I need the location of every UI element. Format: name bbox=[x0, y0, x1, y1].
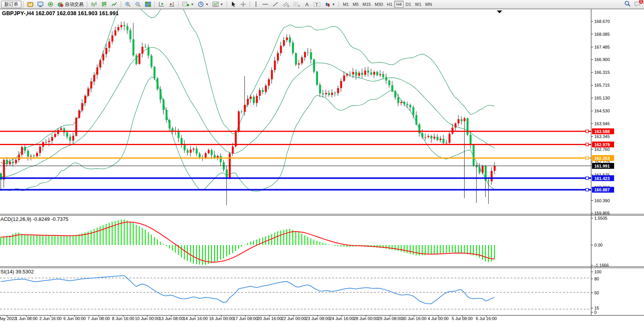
macd-histogram-bar bbox=[214, 245, 215, 262]
time-axis-label: 6 Jun 00:00 bbox=[63, 316, 86, 321]
macd-histogram-bar bbox=[485, 245, 486, 261]
horizontal-level-line[interactable] bbox=[0, 131, 591, 132]
macd-histogram-bar bbox=[434, 245, 435, 254]
time-axis-label: 17 Jun 08:00 bbox=[233, 316, 258, 321]
macd-histogram-bar bbox=[91, 230, 91, 245]
horizontal-level-line[interactable] bbox=[0, 166, 591, 166]
macd-histogram-bar bbox=[76, 235, 77, 245]
crosshair-icon[interactable] bbox=[238, 1, 248, 8]
timeframe-M5[interactable]: M5 bbox=[351, 1, 360, 8]
macd-histogram-bar bbox=[274, 233, 275, 245]
macd-histogram-bar bbox=[127, 220, 127, 245]
line-chart-icon[interactable] bbox=[110, 1, 119, 8]
auto-scroll-icon[interactable] bbox=[167, 1, 176, 8]
macd-histogram-bar bbox=[16, 233, 16, 245]
horizontal-level-line[interactable] bbox=[0, 189, 591, 191]
macd-histogram-bar bbox=[142, 228, 143, 245]
new-order-button[interactable]: 新订单 bbox=[1, 1, 21, 8]
periods-icon[interactable]: ▼ bbox=[196, 1, 210, 8]
price-axis-tick: 168.085 bbox=[594, 32, 610, 37]
macd-histogram-bar bbox=[286, 229, 287, 245]
timeframe-D1[interactable]: D1 bbox=[404, 1, 413, 8]
chart-shift-icon[interactable] bbox=[157, 1, 166, 8]
macd-histogram-bar bbox=[151, 234, 151, 245]
macd-histogram-bar bbox=[307, 237, 308, 245]
zoom-out-icon[interactable] bbox=[133, 1, 143, 8]
price-tag-label: 161.423 bbox=[594, 176, 610, 181]
charts-icon[interactable] bbox=[26, 1, 35, 8]
zoom-in-icon[interactable] bbox=[123, 1, 132, 8]
text-label-icon[interactable]: T bbox=[312, 1, 322, 8]
macd-histogram-bar bbox=[331, 245, 332, 245]
market-watch-icon[interactable] bbox=[36, 1, 45, 8]
horizontal-line-icon[interactable] bbox=[261, 1, 270, 8]
macd-histogram-bar bbox=[163, 244, 164, 245]
macd-histogram-bar bbox=[338, 245, 338, 246]
timeframe-W1[interactable]: W1 bbox=[413, 1, 423, 8]
autotrading-button[interactable]: 自动交易 bbox=[56, 1, 85, 8]
bar-chart-icon[interactable] bbox=[89, 1, 99, 8]
macd-histogram-bar bbox=[30, 235, 31, 245]
macd-histogram-bar bbox=[199, 245, 200, 264]
macd-histogram-bar bbox=[3, 236, 4, 245]
candlestick-chart-icon[interactable] bbox=[99, 1, 109, 8]
timeframe-M15[interactable]: M15 bbox=[360, 1, 372, 8]
macd-histogram-bar bbox=[494, 245, 495, 259]
line-end-handle[interactable] bbox=[586, 130, 588, 133]
signals-icon[interactable] bbox=[46, 1, 55, 8]
line-end-handle[interactable] bbox=[586, 188, 588, 191]
macd-histogram-bar bbox=[226, 245, 227, 257]
horizontal-level-line[interactable] bbox=[0, 144, 591, 145]
trendline-icon[interactable] bbox=[271, 1, 280, 8]
toolbar-separator bbox=[87, 1, 87, 8]
time-axis-label: 29 Jun 08:00 bbox=[378, 316, 402, 321]
line-end-handle[interactable] bbox=[586, 143, 588, 146]
equidistant-channel-icon[interactable]: E bbox=[281, 1, 291, 8]
timeframe-H4[interactable]: H4 bbox=[394, 1, 404, 8]
price-axis-tick: 164.530 bbox=[594, 108, 610, 113]
horizontal-level-line[interactable] bbox=[0, 158, 591, 159]
macd-histogram-bar bbox=[181, 245, 182, 257]
toolbar-separator bbox=[155, 1, 155, 8]
macd-histogram-bar bbox=[211, 245, 212, 263]
arrows-icon[interactable]: ▼ bbox=[323, 1, 337, 8]
macd-histogram-bar bbox=[94, 229, 94, 245]
indicators-icon[interactable]: ▼ bbox=[181, 1, 195, 8]
horizontal-level-line[interactable] bbox=[0, 177, 591, 179]
macd-histogram-bar bbox=[24, 235, 25, 245]
rsi-label: SI(14) 39.5302 bbox=[0, 269, 34, 275]
price-axis-tick: 168.670 bbox=[594, 19, 610, 24]
macd-histogram-bar bbox=[301, 234, 302, 245]
timeframe-M1[interactable]: M1 bbox=[341, 1, 351, 8]
line-end-handle[interactable] bbox=[586, 177, 588, 180]
timeframe-H1[interactable]: H1 bbox=[385, 1, 394, 8]
macd-histogram-bar bbox=[395, 245, 395, 250]
panel-splitter[interactable] bbox=[0, 215, 644, 215]
macd-histogram-bar bbox=[223, 245, 224, 258]
line-end-handle[interactable] bbox=[586, 157, 588, 159]
timeframe-M30[interactable]: M30 bbox=[373, 1, 385, 8]
macd-histogram-bar bbox=[28, 235, 28, 245]
fibonacci-icon[interactable]: F bbox=[292, 1, 302, 8]
notifications-icon[interactable]: 1 bbox=[634, 1, 641, 7]
macd-histogram-bar bbox=[334, 245, 335, 246]
macd-histogram-bar bbox=[341, 245, 341, 247]
panel-splitter[interactable] bbox=[0, 268, 644, 268]
chart-area[interactable]: 168.670168.085167.485166.900166.315165.7… bbox=[0, 0, 644, 322]
price-tag-label: 162.979 bbox=[594, 142, 610, 147]
macd-histogram-bar bbox=[383, 245, 383, 248]
price-axis-tick: 162.760 bbox=[594, 147, 610, 152]
search-icon[interactable] bbox=[624, 0, 631, 7]
timeframe-MN[interactable]: MN bbox=[423, 1, 434, 8]
text-icon[interactable]: A bbox=[303, 1, 311, 8]
macd-histogram-bar bbox=[319, 242, 320, 245]
cursor-icon[interactable] bbox=[229, 1, 238, 8]
panel-splitter[interactable] bbox=[0, 266, 644, 267]
macd-histogram-bar bbox=[196, 245, 197, 264]
price-tag-label: 162.353 bbox=[594, 156, 610, 161]
tile-windows-icon[interactable] bbox=[143, 1, 153, 8]
vertical-line-icon[interactable] bbox=[252, 1, 260, 8]
macd-histogram-bar bbox=[265, 236, 266, 245]
templates-icon[interactable]: ▼ bbox=[211, 1, 225, 8]
panel-splitter[interactable] bbox=[0, 214, 644, 214]
